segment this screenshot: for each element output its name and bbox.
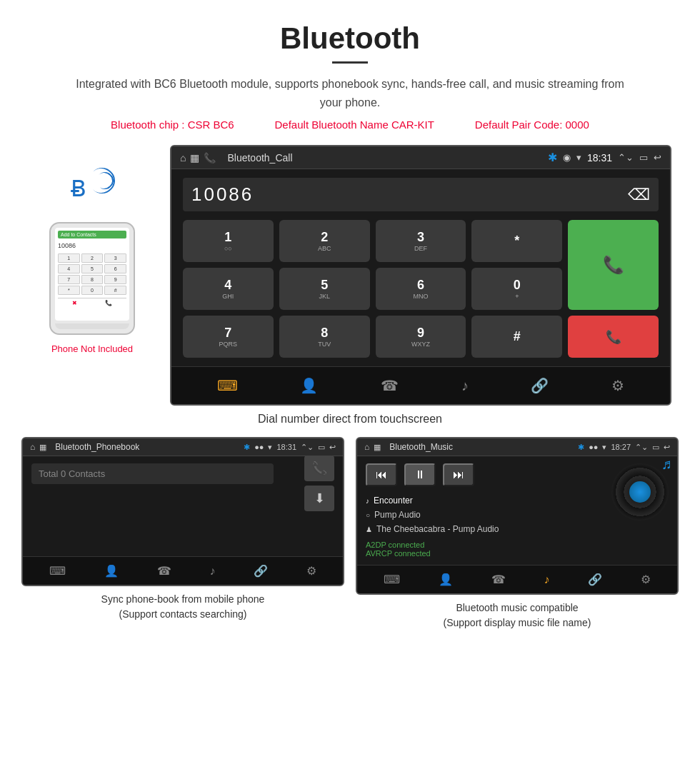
keypad-grid: 1○○ 2ABC 3DEF * 📞 4GHI 5JKL 6MNO 0+ 7PQR… — [183, 220, 659, 358]
phonebook-search-bar[interactable]: Total 0 Contacts — [31, 463, 274, 484]
track-circle-icon: ○ — [366, 511, 370, 519]
main-screenshot-area: Ƀ Add to Contacts 10086 1 2 3 4 5 6 7 8 — [0, 138, 700, 406]
phonebook-title: Bluetooth_Phonebook — [55, 442, 239, 452]
phonebook-actions: 📞 ⬇ — [304, 456, 334, 511]
end-call-button[interactable]: 📞 — [568, 316, 659, 358]
page-title: Bluetooth — [29, 21, 671, 56]
key-star[interactable]: * — [471, 220, 562, 262]
key-6[interactable]: 6MNO — [376, 268, 466, 310]
phone-keypad: 1 2 3 4 5 6 7 8 9 * 0 # — [58, 253, 126, 295]
phone-not-included-label: Phone Not Included — [51, 343, 133, 354]
music-controls: ⏮ ⏸ ⏭ — [366, 463, 604, 486]
ph-expand: ⌃⌄ — [301, 443, 314, 452]
pb-link-icon[interactable]: 🔗 — [254, 564, 268, 578]
car-screen-header: ⌂ ▦ 📞 Bluetooth_Call ✱ ◉ ▾ 18:31 ⌃⌄ ▭ ↩ — [171, 146, 670, 169]
track-name-pump: Pump Audio — [374, 510, 421, 520]
pb-calllog-icon[interactable]: ☎ — [157, 564, 171, 578]
page-description: Integrated with BC6 Bluetooth module, su… — [71, 75, 629, 111]
header-icons: ⌂ ▦ 📞 — [180, 152, 216, 164]
key-2[interactable]: 2ABC — [279, 220, 370, 262]
dialer-section: 10086 ⌫ 1○○ 2ABC 3DEF * 📞 4GHI 5JKL 6MNO… — [171, 169, 670, 366]
ms-window: ▭ — [652, 443, 659, 452]
vinyl-disc — [611, 463, 669, 521]
phone-bottom-bar: ✖ 📞 — [58, 298, 126, 308]
window-icon: ▭ — [639, 152, 648, 163]
phonebook-content: Total 0 Contacts 📞 ⬇ — [23, 456, 343, 556]
key-3[interactable]: 3DEF — [376, 220, 466, 262]
key-8[interactable]: 8TUV — [279, 316, 370, 358]
contacts-tab-icon[interactable]: 👤 — [300, 377, 318, 394]
settings-tab-icon[interactable]: ⚙ — [611, 377, 624, 394]
phone-key: 3 — [104, 253, 126, 263]
phone-key: * — [58, 286, 80, 295]
pb-music-icon[interactable]: ♪ — [209, 565, 215, 578]
title-underline — [332, 61, 368, 64]
ms-contacts-icon[interactable]: 👤 — [439, 573, 453, 586]
avrcp-status: AVRCP connected — [366, 549, 604, 558]
next-button[interactable]: ⏭ — [443, 463, 474, 486]
phone-key: 1 — [58, 253, 80, 263]
music-screen-content: ⏮ ⏸ ⏭ ♪ Encounter ○ Pump Audio — [357, 456, 677, 565]
ms-link-icon[interactable]: 🔗 — [588, 573, 602, 586]
ms-keypad-icon[interactable]: ⌨ — [384, 573, 400, 586]
call-log-tab-icon[interactable]: ☎ — [381, 377, 399, 394]
music-status: A2DP connected AVRCP connected — [366, 541, 604, 558]
download-action-btn[interactable]: ⬇ — [304, 486, 334, 511]
phone-key: # — [104, 286, 126, 295]
key-hash[interactable]: # — [471, 316, 562, 358]
track-note-icon: ♪ — [366, 497, 369, 505]
music-tab-icon[interactable]: ♪ — [461, 378, 469, 394]
key-5[interactable]: 5JKL — [279, 268, 370, 310]
car-header-right: ✱ ◉ ▾ 18:31 ⌃⌄ ▭ ↩ — [548, 151, 661, 164]
back-icon: ↩ — [654, 152, 661, 163]
code-spec: Default Pair Code: 0000 — [475, 119, 589, 131]
bluetooth-icon-wrapper: Ƀ — [71, 166, 114, 212]
phonebook-caption: Sync phone-book from mobile phone (Suppo… — [21, 586, 344, 622]
pause-button[interactable]: ⏸ — [404, 463, 436, 486]
signal-icon: ◉ — [563, 152, 571, 163]
name-spec: Default Bluetooth Name CAR-KIT — [275, 119, 434, 131]
key-0[interactable]: 0+ — [471, 268, 562, 310]
phone-key: 2 — [81, 253, 104, 263]
ph-time: 18:31 — [276, 443, 296, 451]
call-action-btn[interactable]: 📞 — [304, 456, 334, 481]
ms-calllog-icon[interactable]: ☎ — [491, 573, 506, 586]
ms-back: ↩ — [664, 443, 670, 452]
car-header-title: Bluetooth_Call — [227, 152, 542, 164]
music-block: ⌂ ▦ Bluetooth_Music ✱ ●● ▾ 18:27 ⌃⌄ ▭ ↩ … — [356, 437, 679, 630]
pb-keypad-icon[interactable]: ⌨ — [49, 564, 66, 578]
ms-menu-icon: ▦ — [374, 443, 381, 452]
ph-battery: ▾ — [268, 443, 272, 452]
key-4[interactable]: 4GHI — [183, 268, 274, 310]
phonebook-bottom-bar: ⌨ 👤 ☎ ♪ 🔗 ⚙ — [23, 556, 343, 585]
key-7[interactable]: 7PQRS — [183, 316, 274, 358]
pb-contacts-icon[interactable]: 👤 — [104, 564, 119, 578]
phone-side: Ƀ Add to Contacts 10086 1 2 3 4 5 6 7 8 — [29, 145, 156, 354]
phonebook-header-right: ✱ ●● ▾ 18:31 ⌃⌄ ▭ ↩ — [244, 443, 336, 452]
vinyl-record: ♬ — [611, 463, 669, 521]
music-track-list: ♪ Encounter ○ Pump Audio ♟ The Cheebacab… — [366, 493, 604, 536]
ms-signal: ●● — [589, 443, 598, 451]
page-header: Bluetooth Integrated with BC6 Bluetooth … — [0, 0, 700, 138]
call-button[interactable]: 📞 — [568, 220, 659, 310]
pb-settings-icon[interactable]: ⚙ — [306, 564, 316, 578]
link-tab-icon[interactable]: 🔗 — [531, 377, 549, 394]
phonebook-screen: ⌂ ▦ Bluetooth_Phonebook ✱ ●● ▾ 18:31 ⌃⌄ … — [21, 437, 344, 586]
ms-settings-icon[interactable]: ⚙ — [641, 573, 651, 586]
key-1[interactable]: 1○○ — [183, 220, 274, 262]
ms-music-icon[interactable]: ♪ — [544, 573, 549, 586]
vinyl-label — [629, 481, 651, 503]
bottom-screenshots: ⌂ ▦ Bluetooth_Phonebook ✱ ●● ▾ 18:31 ⌃⌄ … — [0, 437, 700, 630]
a2dp-status: A2DP connected — [366, 541, 604, 549]
music-header: ⌂ ▦ Bluetooth_Music ✱ ●● ▾ 18:27 ⌃⌄ ▭ ↩ — [357, 438, 677, 456]
music-track-cheeba: ♟ The Cheebacabra - Pump Audio — [366, 522, 604, 536]
backspace-button[interactable]: ⌫ — [628, 186, 650, 204]
dialer-bottom-bar: ⌨ 👤 ☎ ♪ 🔗 ⚙ — [171, 366, 670, 404]
phonebook-block: ⌂ ▦ Bluetooth_Phonebook ✱ ●● ▾ 18:31 ⌃⌄ … — [21, 437, 344, 630]
prev-button[interactable]: ⏮ — [366, 463, 397, 486]
keypad-tab-icon[interactable]: ⌨ — [217, 377, 238, 394]
phone-icon: 📞 — [204, 152, 216, 164]
key-9[interactable]: 9WXYZ — [376, 316, 466, 358]
dialer-input-row: 10086 ⌫ — [183, 178, 659, 211]
music-header-right: ✱ ●● ▾ 18:27 ⌃⌄ ▭ ↩ — [578, 443, 670, 452]
